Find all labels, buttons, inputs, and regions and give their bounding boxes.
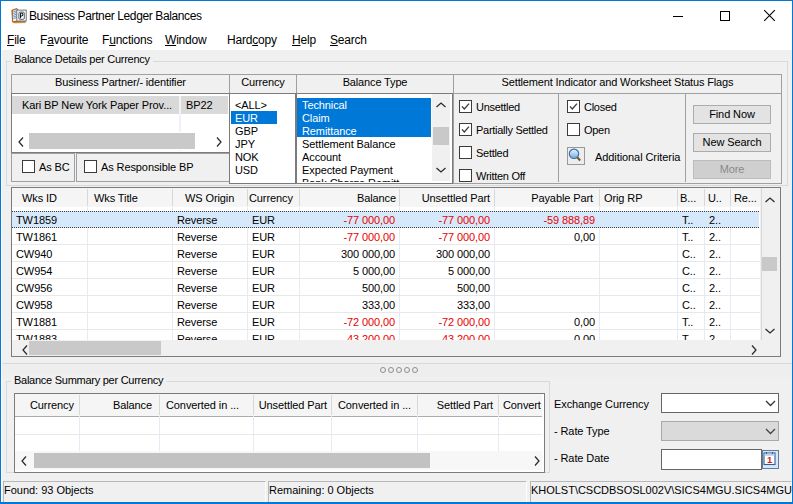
svg-text:1: 1 <box>767 454 773 465</box>
